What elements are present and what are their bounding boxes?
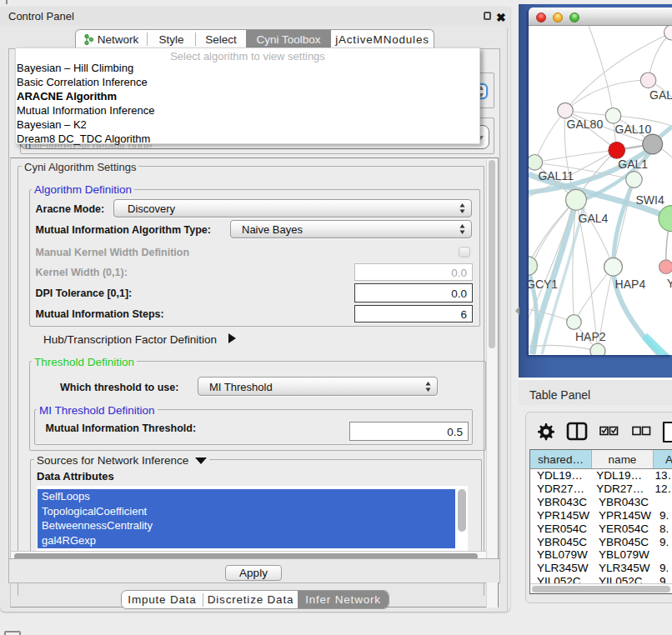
svg-text:GAL11: GAL11 (538, 169, 574, 182)
svg-text:GAL4: GAL4 (579, 212, 609, 225)
svg-text:YEL: YEL (667, 277, 672, 290)
svg-text:GCY1: GCY1 (529, 278, 558, 291)
svg-text:HAP2: HAP2 (575, 330, 606, 343)
svg-text:GAL1: GAL1 (618, 158, 648, 171)
svg-text:GAL10: GAL10 (615, 122, 652, 136)
svg-text:GAL7: GAL7 (649, 88, 672, 102)
svg-text:HAP4: HAP4 (615, 278, 646, 291)
svg-text:SWI4: SWI4 (636, 193, 664, 207)
svg-text:GAL80: GAL80 (567, 118, 604, 131)
